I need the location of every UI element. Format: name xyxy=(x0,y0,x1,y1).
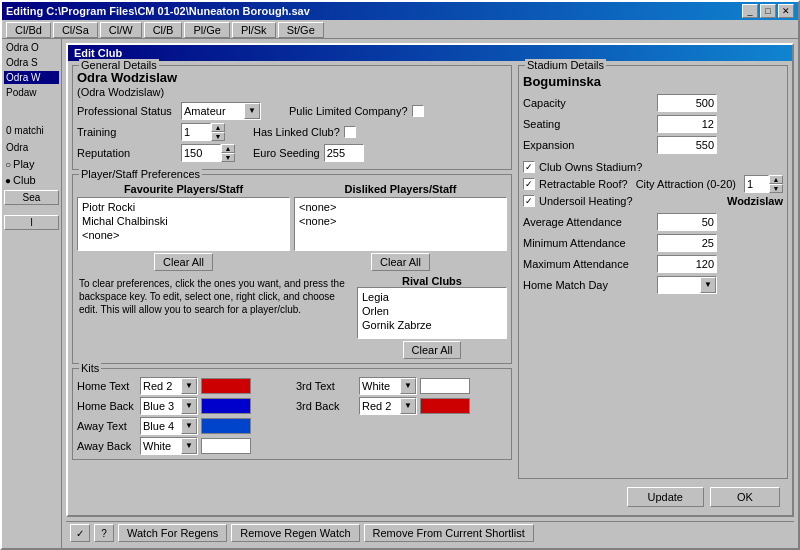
stadium-location-label: Wodzislaw xyxy=(727,195,783,207)
ok-button[interactable]: OK xyxy=(710,487,780,507)
rival-item-0[interactable]: Legia xyxy=(360,290,504,304)
professional-status-label: Professional Status xyxy=(77,105,177,117)
away-back-select[interactable]: White xyxy=(140,437,198,455)
avg-attendance-row: Average Attendance xyxy=(523,213,783,231)
training-down-btn[interactable]: ▼ xyxy=(211,132,225,141)
tab-clsa[interactable]: Cl/Sa xyxy=(53,22,98,38)
main-window: Editing C:\Program Files\CM 01-02\Nuneat… xyxy=(0,0,800,550)
home-match-day-select-wrapper xyxy=(657,276,717,294)
remove-regen-button[interactable]: Remove Regen Watch xyxy=(231,524,359,542)
tab-stge[interactable]: St/Ge xyxy=(278,22,324,38)
expansion-input[interactable] xyxy=(657,136,717,154)
kit-away-text-label: Away Text xyxy=(77,420,137,432)
disliked-item-1[interactable]: <none> xyxy=(297,214,504,228)
seating-label: Seating xyxy=(523,118,653,130)
plc-checkbox[interactable] xyxy=(412,105,424,117)
professional-status-select-wrapper: Amateur xyxy=(181,102,261,120)
tab-plge[interactable]: Pl/Ge xyxy=(184,22,230,38)
avg-attendance-input[interactable] xyxy=(657,213,717,231)
max-attendance-row: Maximum Attendance xyxy=(523,255,783,273)
minimize-button[interactable]: _ xyxy=(742,4,758,18)
disliked-item-0[interactable]: <none> xyxy=(297,200,504,214)
training-up-btn[interactable]: ▲ xyxy=(211,123,225,132)
linked-club-checkbox[interactable] xyxy=(344,126,356,138)
watch-regens-button[interactable]: Watch For Regens xyxy=(118,524,227,542)
favourite-item-1[interactable]: Michal Chalbinski xyxy=(80,214,287,228)
tab-clbd[interactable]: Cl/Bd xyxy=(6,22,51,38)
rival-list[interactable]: Legia Orlen Gornik Zabrze xyxy=(357,287,507,339)
rival-item-2[interactable]: Gornik Zabrze xyxy=(360,318,504,332)
euro-seeding-label: Euro Seeding xyxy=(253,147,320,159)
sidebar-item-odra-o[interactable]: Odra O xyxy=(4,41,59,54)
favourite-clear-btn[interactable]: Clear All xyxy=(154,253,213,271)
sidebar-item-odra-w[interactable]: Odra W xyxy=(4,71,59,84)
city-attraction-label: City Attraction (0-20) xyxy=(636,178,736,190)
undersoil-checkbox[interactable]: ✓ xyxy=(523,195,535,207)
tab-plsk[interactable]: Pl/Sk xyxy=(232,22,276,38)
stadium-group: Stadium Details Boguminska Capacity Seat… xyxy=(518,65,788,479)
training-input[interactable] xyxy=(181,123,211,141)
reputation-down-btn[interactable]: ▼ xyxy=(221,153,235,162)
general-details-title: General Details xyxy=(79,59,159,71)
3rd-back-select-wrapper: Red 2 xyxy=(359,397,417,415)
3rd-text-select[interactable]: White xyxy=(359,377,417,395)
city-attraction-down-btn[interactable]: ▼ xyxy=(769,184,783,193)
bottom-bar: ✓ ? Watch For Regens Remove Regen Watch … xyxy=(66,521,794,544)
capacity-input[interactable] xyxy=(657,94,717,112)
kits-left: Home Text Red 2 xyxy=(77,377,288,455)
home-text-select[interactable]: Red 2 xyxy=(140,377,198,395)
question-icon-btn[interactable]: ? xyxy=(94,524,114,542)
check-icon-btn[interactable]: ✓ xyxy=(70,524,90,542)
away-text-select[interactable]: Blue 4 xyxy=(140,417,198,435)
sidebar-radio-play[interactable]: ○Play xyxy=(4,157,59,171)
update-button[interactable]: Update xyxy=(627,487,704,507)
club-name-alt: (Odra Wodzislaw) xyxy=(77,86,507,98)
home-back-swatch xyxy=(201,398,251,414)
min-attendance-input[interactable] xyxy=(657,234,717,252)
kit-home-text-label: Home Text xyxy=(77,380,137,392)
city-attraction-up-btn[interactable]: ▲ xyxy=(769,175,783,184)
reputation-input[interactable] xyxy=(181,144,221,162)
favourite-item-2[interactable]: <none> xyxy=(80,228,287,242)
stadium-title: Stadium Details xyxy=(525,59,606,71)
undersoil-row: ✓ Undersoil Heating? Wodzislaw xyxy=(523,195,783,207)
home-back-select[interactable]: Blue 3 xyxy=(140,397,198,415)
retractable-checkbox[interactable]: ✓ xyxy=(523,178,535,190)
seating-row: Seating xyxy=(523,115,783,133)
disliked-col: Disliked Players/Staff <none> <none> Cle… xyxy=(294,183,507,271)
tab-clb[interactable]: Cl/B xyxy=(144,22,183,38)
favourite-item-0[interactable]: Piotr Rocki xyxy=(80,200,287,214)
remove-shortlist-button[interactable]: Remove From Current Shortlist xyxy=(364,524,534,542)
reputation-spin-btns: ▲ ▼ xyxy=(221,144,235,162)
content-area: Edit Club General Details Odra Wodzislaw… xyxy=(62,39,798,548)
rival-item-1[interactable]: Orlen xyxy=(360,304,504,318)
tab-clw[interactable]: Cl/W xyxy=(100,22,142,38)
away-back-select-wrapper: White xyxy=(140,437,198,455)
max-attendance-input[interactable] xyxy=(657,255,717,273)
3rd-back-select[interactable]: Red 2 xyxy=(359,397,417,415)
owns-stadium-checkbox[interactable]: ✓ xyxy=(523,161,535,173)
euro-seeding-input[interactable] xyxy=(324,144,364,162)
close-button[interactable]: ✕ xyxy=(778,4,794,18)
city-attraction-input[interactable] xyxy=(744,175,769,193)
professional-status-select[interactable]: Amateur xyxy=(181,102,261,120)
help-rival-area: To clear preferences, click the ones you… xyxy=(77,275,507,359)
favourite-header: Favourite Players/Staff xyxy=(77,183,290,195)
disliked-clear-btn[interactable]: Clear All xyxy=(371,253,430,271)
sidebar-extra-btn[interactable]: l xyxy=(4,215,59,230)
disliked-list[interactable]: <none> <none> xyxy=(294,197,507,251)
undersoil-label: Undersoil Heating? xyxy=(539,195,633,207)
seating-input[interactable] xyxy=(657,115,717,133)
dialog-body: General Details Odra Wodzislaw (Odra Wod… xyxy=(68,61,792,515)
rival-clear-btn[interactable]: Clear All xyxy=(403,341,462,359)
sidebar-item-odra-s[interactable]: Odra S xyxy=(4,56,59,69)
general-details-group: General Details Odra Wodzislaw (Odra Wod… xyxy=(72,65,512,170)
reputation-up-btn[interactable]: ▲ xyxy=(221,144,235,153)
search-button[interactable]: Sea xyxy=(4,190,59,205)
maximize-button[interactable]: □ xyxy=(760,4,776,18)
favourite-list[interactable]: Piotr Rocki Michal Chalbinski <none> xyxy=(77,197,290,251)
menu-tabs: Cl/Bd Cl/Sa Cl/W Cl/B Pl/Ge Pl/Sk St/Ge xyxy=(2,20,798,39)
sidebar-radio-club[interactable]: ●Club xyxy=(4,173,59,187)
sidebar-item-podaw[interactable]: Podaw xyxy=(4,86,59,99)
home-match-day-select[interactable] xyxy=(657,276,717,294)
